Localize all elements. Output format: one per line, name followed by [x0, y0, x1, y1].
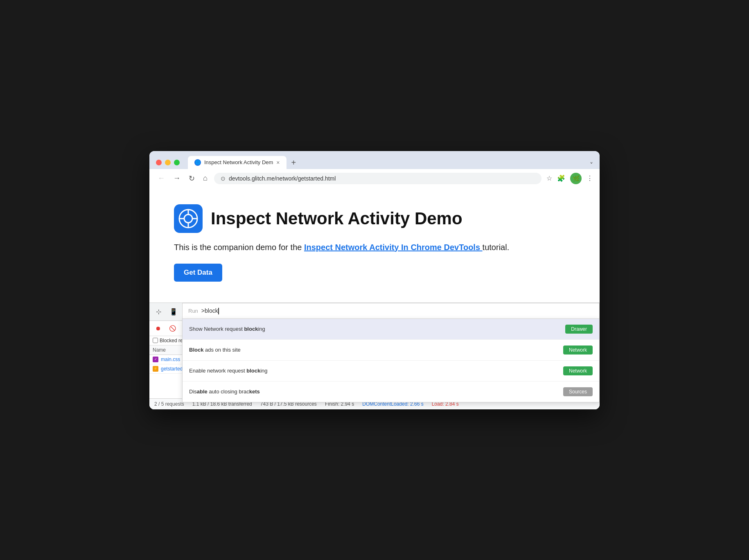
cp-item-3-badge[interactable]: Network [563, 366, 593, 375]
forward-button[interactable]: → [171, 172, 182, 184]
title-bar: 🌐 Inspect Network Activity Dem × + ˅ [149, 151, 600, 169]
cp-item-enable-blocking[interactable]: Enable network request blocking Network [183, 361, 599, 382]
cp-cursor [218, 308, 219, 314]
command-palette: Run >block Show Network request blocking… [182, 303, 600, 402]
svg-point-1 [184, 215, 192, 223]
tab-favicon: 🌐 [194, 159, 201, 166]
clear-button[interactable]: 🚫 [167, 323, 178, 333]
requests-count: 2 / 5 requests [154, 401, 184, 407]
cp-input-text[interactable]: >block [201, 307, 219, 314]
cp-item-4-badge[interactable]: Sources [563, 387, 593, 396]
page-subtitle: This is the companion demo for the Inspe… [174, 243, 575, 252]
device-toggle-icon[interactable]: 📱 [166, 305, 181, 318]
back-button[interactable]: ← [156, 172, 167, 184]
record-button[interactable]: ⏺ [153, 323, 163, 333]
cp-item-1-badge[interactable]: Drawer [565, 325, 593, 334]
page-title: Inspect Network Activity Demo [211, 209, 462, 228]
home-button[interactable]: ⌂ [201, 172, 209, 184]
address-field[interactable]: ⊙ devtools.glitch.me/network/getstarted.… [214, 173, 541, 184]
cp-run-label: Run [188, 308, 198, 314]
page-header: Inspect Network Activity Demo [174, 204, 575, 233]
more-options-icon[interactable]: ⋮ [587, 174, 593, 182]
cp-item-show-network-blocking[interactable]: Show Network request blocking Drawer [183, 319, 599, 340]
cp-item-1-label: Show Network request blocking [189, 326, 565, 332]
tabs-chevron[interactable]: ˅ [590, 161, 593, 169]
tab-close-button[interactable]: × [276, 159, 280, 166]
devtools-logo [174, 204, 203, 233]
page-content: Inspect Network Activity Demo This is th… [149, 188, 600, 303]
blocked-requests-input[interactable] [153, 338, 158, 343]
cp-item-2-label: Block ads on this site [189, 347, 563, 353]
subtitle-suffix: tutorial. [483, 243, 510, 252]
traffic-lights [156, 160, 180, 165]
cp-item-disable-brackets[interactable]: Disable auto closing brackets Sources [183, 382, 599, 402]
url-text: devtools.glitch.me/network/getstarted.ht… [229, 175, 336, 182]
cp-item-3-label: Enable network request blocking [189, 368, 563, 374]
subtitle-prefix: This is the companion demo for the [174, 243, 304, 252]
cp-item-4-label: Disable auto closing brackets [189, 388, 563, 395]
get-data-button[interactable]: Get Data [174, 264, 222, 282]
tab-label: Inspect Network Activity Dem [204, 159, 273, 165]
maximize-button[interactable] [174, 160, 180, 165]
new-tab-button[interactable]: + [288, 156, 300, 169]
minimize-button[interactable] [165, 160, 171, 165]
extensions-icon[interactable]: 🧩 [557, 174, 565, 182]
browser-window: 🌐 Inspect Network Activity Dem × + ˅ ← →… [149, 151, 600, 409]
cp-item-2-badge[interactable]: Network [563, 345, 593, 355]
inspect-element-icon[interactable]: ⊹ [153, 305, 165, 318]
js-file-icon: ⚡ [153, 366, 158, 372]
css-file-icon: ✓ [153, 357, 158, 362]
reload-button[interactable]: ↻ [187, 172, 196, 185]
cp-input-row: Run >block [182, 303, 600, 318]
profile-avatar[interactable]: 🌿 [570, 173, 582, 184]
close-button[interactable] [156, 160, 162, 165]
devtools-toolbar: ⊹ 📱 Network Console Elements Sources Per… [149, 303, 600, 321]
site-security-icon: ⊙ [221, 175, 226, 182]
cp-item-block-ads[interactable]: Block ads on this site Network [183, 340, 599, 361]
subtitle-link[interactable]: Inspect Network Activity In Chrome DevTo… [304, 243, 483, 252]
address-icons: ☆ 🧩 🌿 ⋮ [546, 173, 593, 184]
devtools-panel: ⊹ 📱 Network Console Elements Sources Per… [149, 303, 600, 409]
active-tab[interactable]: 🌐 Inspect Network Activity Dem × [188, 156, 287, 169]
tabs-area: 🌐 Inspect Network Activity Dem × + ˅ [188, 156, 593, 169]
cp-dropdown: Show Network request blocking Drawer Blo… [182, 318, 600, 402]
file-label-css: main.css [161, 357, 180, 362]
bookmark-icon[interactable]: ☆ [546, 174, 552, 182]
address-bar-row: ← → ↻ ⌂ ⊙ devtools.glitch.me/network/get… [149, 169, 600, 188]
